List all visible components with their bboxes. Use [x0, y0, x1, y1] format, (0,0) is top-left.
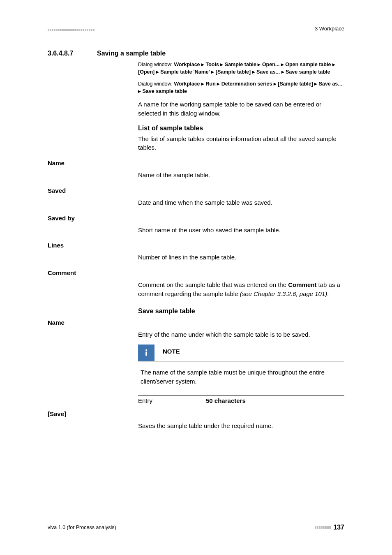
field-block: Lines Number of lines in the sample tabl… — [48, 242, 344, 262]
entry-left: Entry — [138, 397, 206, 404]
dialog-path-2: Dialog window: Workplace ▸ Run ▸ Determi… — [138, 81, 344, 95]
page-header: 3 Workplace — [48, 25, 344, 32]
footer-right: 137 — [315, 524, 344, 531]
svg-point-0 — [145, 349, 147, 351]
note-label: NOTE — [154, 345, 180, 361]
page-number: 137 — [333, 524, 344, 531]
dialog-path-1: Dialog window: Workplace ▸ Tools ▸ Sampl… — [138, 61, 344, 76]
field-block: Comment Comment on the sample table that… — [48, 269, 344, 298]
field-block: Name Entry of the name under which the s… — [48, 319, 344, 339]
footer-left: viva 1.0 (for Process analysis) — [48, 525, 116, 530]
header-ornament — [48, 29, 95, 32]
field-label-saved: Saved — [48, 187, 344, 194]
field-label-save-button: [Save] — [48, 410, 344, 417]
field-label-lines: Lines — [48, 242, 344, 249]
note-box: NOTE The name of the sample table must b… — [138, 345, 344, 392]
subhead2-wrap: Save sample table — [138, 308, 344, 315]
field-desc-save-button: Saves the sample table under the require… — [138, 421, 344, 430]
comment-pre: Comment on the sample table that was ent… — [138, 281, 288, 288]
comment-end: . — [327, 290, 329, 297]
field-label-comment: Comment — [48, 269, 344, 276]
comment-ref: (see Chapter 3.3.2.6, page 101) — [240, 290, 327, 297]
info-icon — [138, 345, 154, 361]
intro-text: A name for the working sample table to b… — [138, 100, 344, 118]
dialog-lead: Dialog window: — [138, 81, 174, 87]
field-block: Saved by Short name of the user who save… — [48, 215, 344, 235]
section-title: Saving a sample table — [97, 50, 344, 57]
subhead-list-desc: The list of sample tables contains infor… — [138, 134, 344, 153]
subhead-list: List of sample tables — [138, 125, 344, 132]
field-block: [Save] Saves the sample table under the … — [48, 410, 344, 430]
field-label-savename: Name — [48, 319, 344, 326]
note-header: NOTE — [138, 345, 344, 361]
page: 3 Workplace 3.6.4.8.7 Saving a sample ta… — [0, 0, 392, 555]
page-footer: viva 1.0 (for Process analysis) 137 — [48, 524, 344, 531]
content-column: Dialog window: Workplace ▸ Tools ▸ Sampl… — [138, 61, 344, 152]
section-number: 3.6.4.8.7 — [48, 50, 97, 57]
field-label-savedby: Saved by — [48, 215, 344, 222]
svg-rect-1 — [145, 352, 147, 356]
field-desc-savedby: Short name of the user who saved the sam… — [138, 226, 344, 235]
field-block: Saved Date and time when the sample tabl… — [48, 187, 344, 207]
field-label-name: Name — [48, 160, 344, 166]
note-text: The name of the sample table must be uni… — [138, 361, 344, 392]
entry-constraint-row: Entry 50 characters — [138, 395, 344, 406]
comment-bold: Comment — [288, 281, 316, 288]
field-desc-savename: Entry of the name under which the sample… — [138, 330, 344, 339]
section-heading-row: 3.6.4.8.7 Saving a sample table — [48, 50, 344, 61]
entry-right: 50 characters — [206, 397, 246, 404]
field-block: Name Name of the sample table. — [48, 160, 344, 180]
field-desc-saved: Date and time when the sample table was … — [138, 198, 344, 207]
footer-ornament — [315, 526, 331, 529]
field-desc-comment: Comment on the sample table that was ent… — [138, 280, 344, 298]
subhead-save: Save sample table — [138, 308, 344, 315]
field-desc-lines: Number of lines in the sample table. — [138, 253, 344, 262]
dialog-lead: Dialog window: — [138, 62, 174, 67]
header-section-label: 3 Workplace — [315, 25, 344, 32]
field-desc-name: Name of the sample table. — [138, 171, 344, 180]
